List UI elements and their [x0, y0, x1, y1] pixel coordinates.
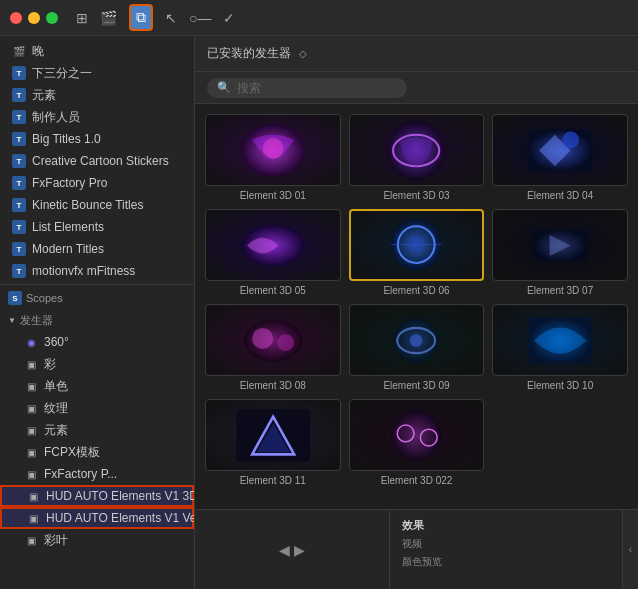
grid-label-e3d07: Element 3D 07: [527, 285, 593, 296]
sidebar-item-elements2[interactable]: ▣ 元素: [0, 419, 194, 441]
grid-item-e3d022[interactable]: Element 3D 022: [349, 399, 485, 486]
sidebar-item-label: FCPX模板: [44, 444, 100, 461]
grid-label-e3d022: Element 3D 022: [381, 475, 453, 486]
sidebar-item-modern[interactable]: T Modern Titles: [0, 238, 194, 260]
installed-label: 已安装的发生器: [207, 45, 291, 62]
sidebar-item-elements[interactable]: T 元素: [0, 84, 194, 106]
grid-label-e3d05: Element 3D 05: [240, 285, 306, 296]
colorleaf-icon: ▣: [24, 533, 38, 547]
sidebar-item-label: motionvfx mFitness: [32, 264, 135, 278]
fcpx-icon: ▣: [24, 445, 38, 459]
grid-label-e3d03: Element 3D 03: [383, 190, 449, 201]
grid-thumb-e3d11: [205, 399, 341, 471]
collapse-button[interactable]: ‹: [622, 510, 638, 589]
sidebar-item-hud2[interactable]: ▣ HUD AUTO Elements V1 Vector: [0, 507, 194, 529]
main-layout: 🎬 晚 T 下三分之一 T 元素 T 制作人员 T Big Titles 1.0…: [0, 36, 638, 589]
text-icon: T: [12, 132, 26, 146]
sidebar-item-label: Modern Titles: [32, 242, 104, 256]
svg-point-22: [391, 410, 441, 460]
solid-icon: ▣: [24, 379, 38, 393]
section-label: 发生器: [20, 313, 53, 328]
title-bar: ⊞ 🎬 ⧉ ↖ ○— ✓: [0, 0, 638, 36]
title-bar-icons: ⊞ 🎬 ⧉ ↖ ○— ✓: [76, 4, 235, 31]
grid-item-e3d06[interactable]: Element 3D 06: [349, 209, 485, 296]
divider: [0, 284, 194, 285]
grid-label-e3d08: Element 3D 08: [240, 380, 306, 391]
search-bar: 🔍: [195, 72, 638, 104]
sidebar-item-fxfactory2[interactable]: ▣ FxFactory P...: [0, 463, 194, 485]
grid-thumb-e3d01: [205, 114, 341, 186]
sidebar-item-list[interactable]: T List Elements: [0, 216, 194, 238]
close-button[interactable]: [10, 12, 22, 24]
text-icon: T: [12, 154, 26, 168]
generator-icon[interactable]: ⧉: [129, 4, 153, 31]
sidebar-item-motionfitness[interactable]: T motionvfx mFitness: [0, 260, 194, 282]
sidebar-item-label: HUD AUTO Elements V1 Vector: [46, 511, 194, 525]
sidebar-section-scopes[interactable]: S Scopes: [0, 287, 194, 309]
grid-item-e3d07[interactable]: Element 3D 07: [492, 209, 628, 296]
sidebar-item-sunset[interactable]: 🎬 晚: [0, 40, 194, 62]
grid-thumb-e3d10: [492, 304, 628, 376]
sidebar-item-colorleaf[interactable]: ▣ 彩叶: [0, 529, 194, 551]
sidebar-item-lowerthird[interactable]: T 下三分之一: [0, 62, 194, 84]
sidebar-item-texture[interactable]: ▣ 纹理: [0, 397, 194, 419]
sidebar-item-label: 纹理: [44, 400, 68, 417]
sidebar-item-label: 元素: [32, 87, 56, 104]
grid-item-e3d03[interactable]: Element 3D 03: [349, 114, 485, 201]
texture-icon: ▣: [24, 401, 38, 415]
color-icon: ▣: [24, 357, 38, 371]
sidebar-item-bigtitles[interactable]: T Big Titles 1.0: [0, 128, 194, 150]
grid-item-e3d08[interactable]: Element 3D 08: [205, 304, 341, 391]
grid-item-e3d04[interactable]: Element 3D 04: [492, 114, 628, 201]
hud2-icon: ▣: [26, 511, 40, 525]
grid-item-e3d10[interactable]: Element 3D 10: [492, 304, 628, 391]
next-arrow-icon[interactable]: ▶: [294, 542, 305, 558]
traffic-lights: [10, 12, 58, 24]
bottom-right: 效果 视频 颜色预览: [390, 510, 622, 589]
fxfactory2-icon: ▣: [24, 467, 38, 481]
sidebar-item-label: 制作人员: [32, 109, 80, 126]
grid-label-e3d10: Element 3D 10: [527, 380, 593, 391]
sidebar-item-label: 元素: [44, 422, 68, 439]
search-icon: 🔍: [217, 81, 231, 94]
bottom-area: ◀ ▶ 效果 视频 颜色预览 ‹: [195, 509, 638, 589]
video-label: 视频: [402, 537, 610, 551]
grid-item-e3d01[interactable]: Element 3D 01: [205, 114, 341, 201]
sidebar-item-label: Big Titles 1.0: [32, 132, 101, 146]
sidebar-item-hud1[interactable]: ▣ HUD AUTO Elements V1 3D: [0, 485, 194, 507]
search-input[interactable]: [237, 81, 387, 95]
grid-thumb-e3d09: [349, 304, 485, 376]
keyframe-icon[interactable]: ○—: [189, 10, 211, 26]
sidebar-item-kinetic[interactable]: T Kinetic Bounce Titles: [0, 194, 194, 216]
section-label: Scopes: [26, 292, 63, 304]
sidebar-section-generator[interactable]: ▼ 发生器: [0, 309, 194, 331]
library-icon[interactable]: ⊞: [76, 10, 88, 26]
elements-icon: ▣: [24, 423, 38, 437]
sidebar-item-color2[interactable]: ▣ 彩: [0, 353, 194, 375]
sidebar-item-360[interactable]: ◉ 360°: [0, 331, 194, 353]
sidebar-list: 🎬 晚 T 下三分之一 T 元素 T 制作人员 T Big Titles 1.0…: [0, 36, 194, 589]
prev-arrow-icon[interactable]: ◀: [279, 542, 290, 558]
sidebar-item-label: List Elements: [32, 220, 104, 234]
sidebar-item-label: Creative Cartoon Stickers: [32, 154, 169, 168]
grid-item-e3d09[interactable]: Element 3D 09: [349, 304, 485, 391]
navigation-arrows: ◀ ▶: [279, 542, 305, 558]
grid-item-e3d11[interactable]: Element 3D 11: [205, 399, 341, 486]
sidebar-item-cartoon[interactable]: T Creative Cartoon Stickers: [0, 150, 194, 172]
sidebar-item-credits[interactable]: T 制作人员: [0, 106, 194, 128]
sidebar-item-solidcolor[interactable]: ▣ 单色: [0, 375, 194, 397]
grid-thumb-e3d05: [205, 209, 341, 281]
sidebar-item-fcpx[interactable]: ▣ FCPX模板: [0, 441, 194, 463]
maximize-button[interactable]: [46, 12, 58, 24]
bottom-left: ◀ ▶: [195, 510, 390, 589]
dropdown-arrow-icon[interactable]: ◇: [299, 48, 307, 59]
browser-icon[interactable]: 🎬: [100, 10, 117, 26]
sidebar-item-label: 单色: [44, 378, 68, 395]
grid-item-e3d05[interactable]: Element 3D 05: [205, 209, 341, 296]
cursor-icon: ↖: [165, 10, 177, 26]
sidebar-item-fxfactory[interactable]: T FxFactory Pro: [0, 172, 194, 194]
check-icon[interactable]: ✓: [223, 10, 235, 26]
scope-icon: S: [8, 291, 22, 305]
minimize-button[interactable]: [28, 12, 40, 24]
text-icon: T: [12, 110, 26, 124]
